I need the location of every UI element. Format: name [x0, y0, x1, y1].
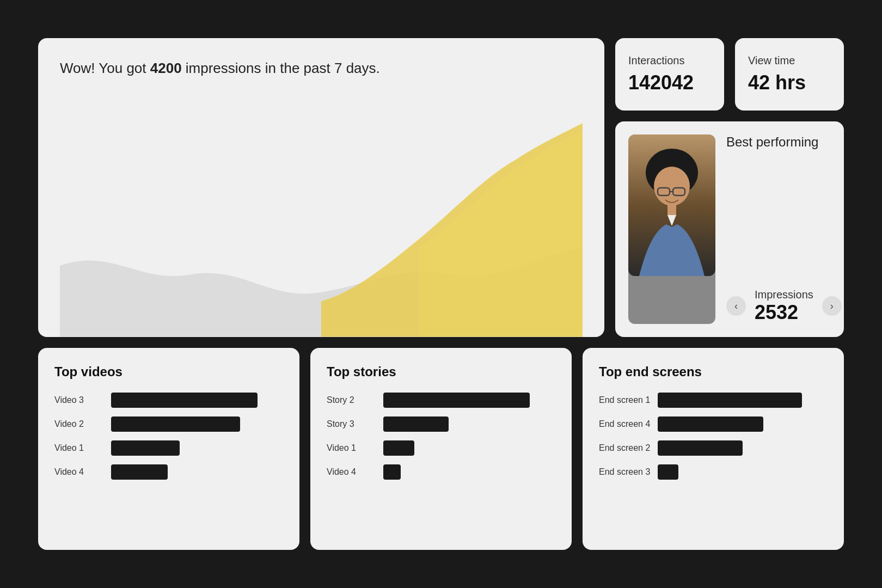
- list-item-bar-container: [658, 393, 828, 408]
- impressions-info: Impressions 2532: [755, 289, 813, 324]
- list-item-label: Video 4: [327, 467, 376, 477]
- list-item: End screen 3: [599, 464, 828, 480]
- svg-point-3: [654, 167, 690, 206]
- list-item-label: Video 2: [54, 419, 103, 429]
- list-item-bar-container: [658, 440, 828, 456]
- impressions-headline: Wow! You got 4200 impressions in the pas…: [60, 60, 583, 77]
- impressions-suffix: impressions in the past 7 days.: [182, 60, 380, 76]
- best-performing-image: [628, 134, 715, 324]
- next-button[interactable]: ›: [822, 296, 842, 316]
- list-item-bar: [658, 393, 802, 408]
- list-item-bar: [383, 440, 414, 456]
- list-item-label: Video 3: [54, 395, 103, 405]
- list-item-label: Story 3: [327, 419, 376, 429]
- dashboard: Wow! You got 4200 impressions in the pas…: [38, 38, 844, 550]
- interactions-label: Interactions: [628, 54, 684, 67]
- interactions-value: 142042: [628, 71, 694, 94]
- list-item-label: End screen 3: [599, 467, 650, 477]
- prev-button[interactable]: ‹: [726, 296, 746, 316]
- list-item-bar: [383, 464, 401, 480]
- best-performing-content: Best performing ‹ Impressions 2532 ›: [726, 134, 842, 324]
- list-item-bar-container: [111, 416, 283, 432]
- list-item: Video 4: [327, 464, 555, 480]
- list-item-label: Video 1: [54, 443, 103, 453]
- list-item: Story 2: [327, 393, 555, 408]
- list-item: End screen 2: [599, 440, 828, 456]
- top-end-screens-title: Top end screens: [599, 364, 828, 379]
- list-item-bar-container: [383, 416, 555, 432]
- list-item-bar-container: [111, 464, 283, 480]
- impressions-number: 4200: [150, 60, 182, 76]
- list-item: Video 4: [54, 464, 283, 480]
- list-item: Story 3: [327, 416, 555, 432]
- list-item-bar: [383, 416, 449, 432]
- list-item-bar-container: [383, 440, 555, 456]
- list-item: Video 1: [54, 440, 283, 456]
- interactions-card: Interactions 142042: [615, 38, 724, 111]
- top-end-screens-list: End screen 1End screen 4End screen 2End …: [599, 393, 828, 480]
- viewtime-label: View time: [748, 54, 795, 67]
- best-performing-bottom: ‹ Impressions 2532 ›: [726, 289, 842, 324]
- list-item-bar-container: [111, 393, 283, 408]
- right-column: Interactions 142042 View time 42 hrs: [615, 38, 844, 337]
- list-item-bar: [658, 464, 678, 480]
- list-item: Video 2: [54, 416, 283, 432]
- list-item-bar-container: [658, 464, 828, 480]
- top-videos-title: Top videos: [54, 364, 283, 379]
- svg-rect-7: [667, 204, 676, 215]
- list-item-label: End screen 2: [599, 443, 650, 453]
- list-item-bar-container: [383, 464, 555, 480]
- best-performing-nav: ‹ Impressions 2532 ›: [726, 289, 842, 324]
- list-item-bar-container: [111, 440, 283, 456]
- best-performing-title: Best performing: [726, 134, 842, 150]
- top-stories-title: Top stories: [327, 364, 555, 379]
- list-item-bar: [111, 416, 240, 432]
- top-end-screens-card: Top end screens End screen 1End screen 4…: [583, 348, 844, 550]
- list-item-bar: [111, 464, 168, 480]
- list-item-label: Story 2: [327, 395, 376, 405]
- list-item-label: End screen 4: [599, 419, 650, 429]
- list-item: Video 1: [327, 440, 555, 456]
- impressions-label: Impressions: [755, 289, 813, 301]
- list-item-bar-container: [383, 393, 555, 408]
- viewtime-value: 42 hrs: [748, 71, 806, 94]
- list-item-bar-container: [658, 416, 828, 432]
- bottom-row: Top videos Video 3Video 2Video 1Video 4 …: [38, 348, 844, 550]
- list-item-label: Video 4: [54, 467, 103, 477]
- list-item-label: Video 1: [327, 443, 376, 453]
- impressions-count: 2532: [755, 301, 813, 324]
- top-videos-card: Top videos Video 3Video 2Video 1Video 4: [38, 348, 299, 550]
- viewtime-card: View time 42 hrs: [735, 38, 844, 111]
- top-stories-card: Top stories Story 2Story 3Video 1Video 4: [310, 348, 572, 550]
- impressions-chart: [60, 88, 583, 337]
- list-item: End screen 1: [599, 393, 828, 408]
- list-item-bar: [658, 416, 763, 432]
- stats-row: Interactions 142042 View time 42 hrs: [615, 38, 844, 111]
- list-item-bar: [383, 393, 530, 408]
- list-item: Video 3: [54, 393, 283, 408]
- impressions-card: Wow! You got 4200 impressions in the pas…: [38, 38, 604, 337]
- list-item-label: End screen 1: [599, 395, 650, 405]
- list-item: End screen 4: [599, 416, 828, 432]
- top-stories-list: Story 2Story 3Video 1Video 4: [327, 393, 555, 480]
- list-item-bar: [111, 440, 180, 456]
- best-performing-card: Best performing ‹ Impressions 2532 ›: [615, 121, 844, 337]
- top-videos-list: Video 3Video 2Video 1Video 4: [54, 393, 283, 480]
- list-item-bar: [658, 440, 743, 456]
- list-item-bar: [111, 393, 258, 408]
